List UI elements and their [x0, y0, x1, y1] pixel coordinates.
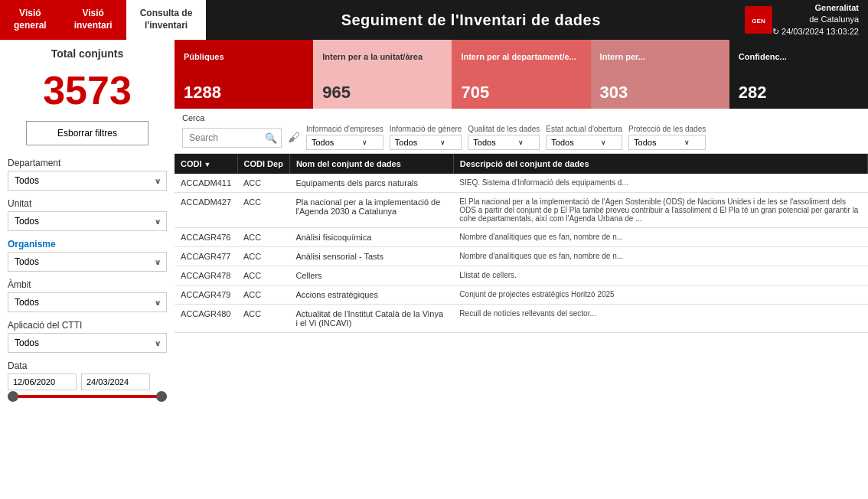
- cell-dep: ACC: [237, 228, 289, 247]
- table-row: ACCAGR479 ACC Accions estratègiques Conj…: [175, 285, 868, 305]
- table-header[interactable]: CODI Dep: [237, 154, 289, 174]
- filter-section: Organisme Todos∨: [8, 239, 167, 272]
- table-header[interactable]: CODI ▼: [175, 154, 237, 174]
- cell-dep: ACC: [237, 193, 289, 228]
- filter-section: Departament Todos∨: [8, 158, 167, 191]
- filter-dropdown-group: Estat actual d'obertura Todos∨: [546, 125, 622, 150]
- cell-codi: ACCAGR477: [175, 247, 237, 266]
- table-row: ACCAGR477 ACC Anàlisi sensorial - Tasts …: [175, 247, 868, 266]
- dropdown-select[interactable]: Todos∨: [390, 135, 462, 150]
- cell-nom: Equipaments dels parcs naturals: [289, 174, 453, 193]
- data-table-container: CODI ▼CODI DepNom del conjunt de dadesDe…: [175, 154, 868, 499]
- filter-dropdown[interactable]: Todos∨: [8, 171, 167, 191]
- category-item[interactable]: Intern per al departament/e... 705: [452, 40, 590, 109]
- cell-nom: Anàlisi fisicoquímica: [289, 228, 453, 247]
- cell-codi: ACCAGR478: [175, 266, 237, 285]
- date-from-input[interactable]: [8, 373, 77, 390]
- generalitat-logo: GEN: [745, 6, 772, 34]
- table-header[interactable]: Descripció del conjunt de dades: [453, 154, 867, 174]
- cell-nom: Anàlisi sensorial - Tasts: [289, 247, 453, 266]
- slider-thumb-left[interactable]: [8, 391, 18, 402]
- cell-codi: ACCADM427: [175, 193, 237, 228]
- dropdown-select[interactable]: Todos∨: [546, 135, 622, 150]
- cell-desc: El Pla nacional per a la implementació d…: [453, 193, 867, 228]
- cell-desc: Nombre d'analítiques que es fan, nombre …: [453, 228, 867, 247]
- category-item[interactable]: Públiques 1288: [175, 40, 313, 109]
- dropdown-select[interactable]: Todos∨: [306, 135, 383, 150]
- nav-visio-inventari[interactable]: Visió inventari: [60, 0, 126, 40]
- search-icon: 🔍: [265, 132, 277, 143]
- cell-nom: Cellers: [289, 266, 453, 285]
- slider-thumb-right[interactable]: [156, 391, 167, 402]
- clear-filters-button[interactable]: Esborrar filtres: [26, 121, 148, 145]
- filter-label: Aplicació del CTTI: [8, 320, 167, 331]
- cell-codi: ACCAGR476: [175, 228, 237, 247]
- cell-desc: Conjunt de projectes estratègics Horitzó…: [453, 285, 867, 305]
- date-label: Data: [8, 360, 167, 371]
- app-title: Seguiment de l'Inventari de dades: [206, 0, 736, 40]
- cell-dep: ACC: [237, 266, 289, 285]
- table-row: ACCADM427 ACC Pla nacional per a la impl…: [175, 193, 868, 228]
- table-row: ACCADM411 ACC Equipaments dels parcs nat…: [175, 174, 868, 193]
- main-content: Públiques 1288 Intern per a la unitat/àr…: [175, 40, 868, 499]
- datetime: 24/03/2024 13:03:22: [782, 26, 859, 38]
- filter-dropdown[interactable]: Todos∨: [8, 333, 167, 353]
- filter-section: Aplicació del CTTI Todos∨: [8, 320, 167, 353]
- total-number: 3573: [8, 67, 167, 113]
- filter-dropdown-group: Informació de gènere Todos∨: [390, 125, 462, 150]
- total-label: Total conjunts: [8, 47, 167, 60]
- cell-codi: ACCAGR480: [175, 305, 237, 333]
- brush-icon[interactable]: 🖌: [288, 131, 300, 145]
- region-name: de Catalunya: [772, 14, 859, 25]
- nav-consulta-inventari[interactable]: Consulta de l'inventari: [126, 0, 207, 40]
- cell-dep: ACC: [237, 285, 289, 305]
- cell-nom: Pla nacional per a la implementació de l…: [289, 193, 453, 228]
- filter-dropdown[interactable]: Todos∨: [8, 292, 167, 312]
- category-item[interactable]: Intern per... 303: [591, 40, 729, 109]
- cell-nom: Actualitat de l'Institut Català de la Vi…: [289, 305, 453, 333]
- cell-dep: ACC: [237, 174, 289, 193]
- dropdown-select[interactable]: Todos∨: [468, 135, 540, 150]
- category-item[interactable]: Confidenc... 282: [729, 40, 868, 109]
- filter-label: Unitat: [8, 198, 167, 209]
- nav-visio-general[interactable]: Visió general: [0, 0, 60, 40]
- table-header[interactable]: Nom del conjunt de dades: [289, 154, 453, 174]
- filter-dropdown-group: Qualitat de les dades Todos∨: [468, 125, 540, 150]
- cell-desc: Recull de notícies rellevants del sector…: [453, 305, 867, 333]
- logo-area: GEN Generalitat de Catalunya ↻ 24/03/202…: [736, 0, 868, 40]
- date-range-slider[interactable]: [8, 395, 167, 398]
- filter-label: Organisme: [8, 239, 167, 250]
- table-row: ACCAGR480 ACC Actualitat de l'Institut C…: [175, 305, 868, 333]
- filter-dropdown-group: Informació d'empreses Todos∨: [306, 125, 383, 150]
- date-to-input[interactable]: [81, 373, 150, 390]
- left-panel: Total conjunts 3573 Esborrar filtres Dep…: [0, 40, 175, 499]
- cell-nom: Accions estratègiques: [289, 285, 453, 305]
- cell-desc: Llistat de cellers.: [453, 266, 867, 285]
- filter-dropdown[interactable]: Todos∨: [8, 211, 167, 231]
- cell-dep: ACC: [237, 247, 289, 266]
- filter-dropdown[interactable]: Todos∨: [8, 252, 167, 272]
- data-table: CODI ▼CODI DepNom del conjunt de dadesDe…: [175, 154, 868, 333]
- category-item[interactable]: Intern per a la unitat/àrea 965: [313, 40, 452, 109]
- filter-section: Unitat Todos∨: [8, 198, 167, 231]
- filter-dropdown-group: Protecció de les dades Todos∨: [628, 125, 706, 150]
- cell-codi: ACCADM411: [175, 174, 237, 193]
- dropdown-select[interactable]: Todos∨: [628, 135, 706, 150]
- table-row: ACCAGR478 ACC Cellers Llistat de cellers…: [175, 266, 868, 285]
- cell-desc: Nombre d'analítiques que es fan, nombre …: [453, 247, 867, 266]
- category-bar: Públiques 1288 Intern per a la unitat/àr…: [175, 40, 868, 109]
- org-name: Generalitat: [772, 2, 859, 14]
- cell-desc: SIEQ. Sistema d'Informació dels equipame…: [453, 174, 867, 193]
- date-section: Data: [8, 360, 167, 398]
- cerca-label: Cerca: [182, 113, 860, 122]
- refresh-icon[interactable]: ↻: [772, 26, 779, 38]
- cell-codi: ACCAGR479: [175, 285, 237, 305]
- filter-section: Àmbit Todos∨: [8, 279, 167, 312]
- cell-dep: ACC: [237, 305, 289, 333]
- table-row: ACCAGR476 ACC Anàlisi fisicoquímica Nomb…: [175, 228, 868, 247]
- svg-text:GEN: GEN: [752, 18, 765, 24]
- filter-label: Departament: [8, 158, 167, 168]
- filter-label: Àmbit: [8, 279, 167, 290]
